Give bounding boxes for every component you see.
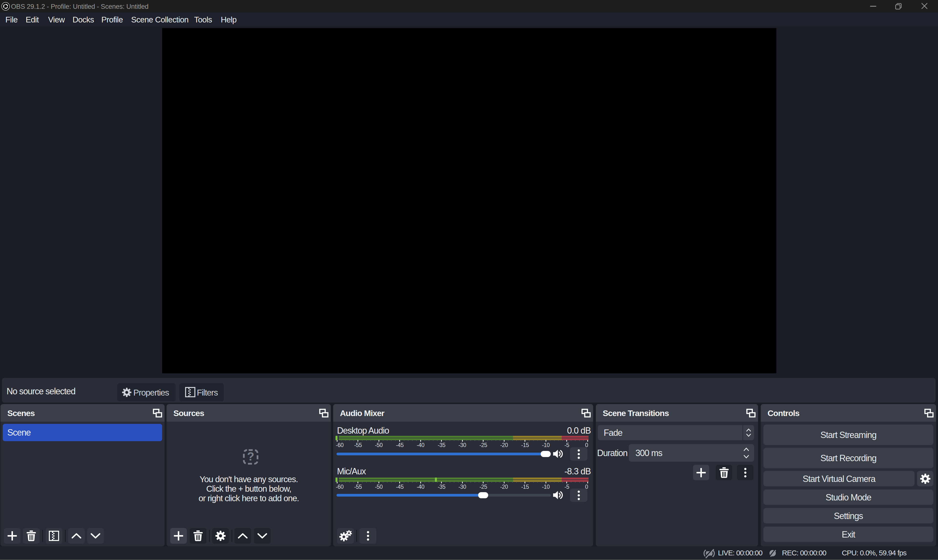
svg-text:?: ? <box>247 450 254 463</box>
